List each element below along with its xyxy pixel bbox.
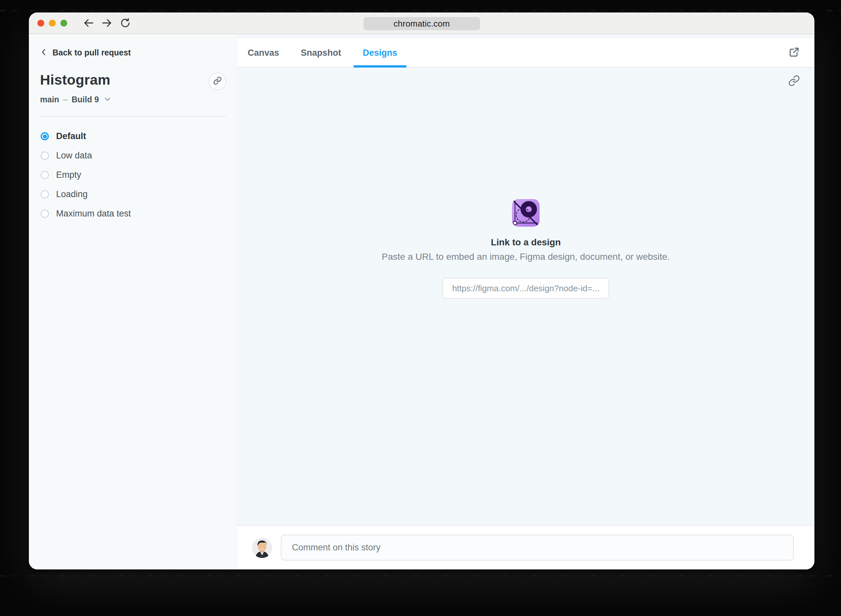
sidebar: Back to pull request Histogram main – Bu… <box>29 34 237 569</box>
sidebar-divider <box>40 116 226 117</box>
radio-icon <box>41 171 49 179</box>
reload-icon[interactable] <box>120 18 131 29</box>
build-number: Build 9 <box>72 95 99 104</box>
branch-build-separator: – <box>63 95 67 104</box>
story-variant-label: Maximum data test <box>56 208 131 219</box>
browser-nav <box>83 18 131 29</box>
tab-snapshot[interactable]: Snapshot <box>292 39 350 67</box>
design-tool-icon <box>512 199 539 227</box>
design-url-input[interactable] <box>442 278 609 299</box>
link-icon <box>788 82 800 88</box>
story-variant-label: Loading <box>56 189 88 199</box>
back-to-pull-request-link[interactable]: Back to pull request <box>40 48 226 57</box>
story-variant-default[interactable]: Default <box>40 127 226 146</box>
story-variant-low-data[interactable]: Low data <box>40 146 226 165</box>
browser-window: chromatic.com Back to pull request Histo… <box>29 12 815 569</box>
story-variant-label: Default <box>56 131 86 141</box>
back-arrow-icon[interactable] <box>83 18 94 29</box>
tab-label: Canvas <box>248 48 279 58</box>
content-area: Canvas Snapshot Designs <box>237 34 815 569</box>
comment-input[interactable] <box>281 535 794 560</box>
link-design-empty-state: Link to a design Paste a URL to embed an… <box>378 199 673 299</box>
tab-label: Designs <box>363 48 397 58</box>
designs-panel: Link to a design Paste a URL to embed an… <box>237 67 815 525</box>
browser-chrome: chromatic.com <box>29 12 815 34</box>
story-variant-label: Empty <box>56 170 81 180</box>
tab-canvas[interactable]: Canvas <box>239 39 288 67</box>
story-permalink-button[interactable] <box>209 72 226 90</box>
zoom-window-button[interactable] <box>60 20 67 26</box>
story-variant-label: Low data <box>56 151 92 161</box>
link-icon <box>213 76 222 86</box>
app-body: Back to pull request Histogram main – Bu… <box>29 34 815 569</box>
scan-noise <box>0 10 841 12</box>
build-selector[interactable]: main – Build 9 <box>40 95 226 104</box>
page-title: Histogram <box>40 72 110 88</box>
story-variant-maximum-data-test[interactable]: Maximum data test <box>40 204 226 223</box>
back-link-label: Back to pull request <box>53 48 131 57</box>
story-variant-loading[interactable]: Loading <box>40 185 226 204</box>
radio-icon <box>41 132 49 140</box>
forward-arrow-icon[interactable] <box>101 18 113 29</box>
radio-icon <box>41 210 49 218</box>
story-header: Histogram <box>40 72 226 90</box>
story-variant-empty[interactable]: Empty <box>40 165 226 185</box>
tab-bar: Canvas Snapshot Designs <box>237 39 815 67</box>
close-window-button[interactable] <box>37 20 44 26</box>
open-in-new-tab-button[interactable] <box>788 46 800 59</box>
window-controls <box>37 20 67 26</box>
radio-icon <box>41 151 49 160</box>
address-url: chromatic.com <box>394 19 450 29</box>
design-permalink-button[interactable] <box>788 75 800 88</box>
radio-icon <box>41 190 49 198</box>
empty-state-heading: Link to a design <box>491 237 561 248</box>
external-link-icon <box>788 53 800 59</box>
chevron-left-icon <box>40 48 48 57</box>
branch-name: main <box>40 95 59 104</box>
tab-designs[interactable]: Designs <box>354 39 406 67</box>
tab-label: Snapshot <box>301 48 341 58</box>
address-bar[interactable]: chromatic.com <box>363 17 480 30</box>
tabbar-spacer <box>237 34 815 39</box>
empty-state-description: Paste a URL to embed an image, Figma des… <box>382 252 670 262</box>
chevron-down-icon <box>103 95 111 104</box>
minimize-window-button[interactable] <box>49 20 56 26</box>
comment-bar <box>237 525 815 569</box>
story-variant-list: Default Low data Empty Loading Maximum d… <box>40 127 226 223</box>
scan-noise <box>0 575 841 576</box>
avatar <box>252 538 272 558</box>
